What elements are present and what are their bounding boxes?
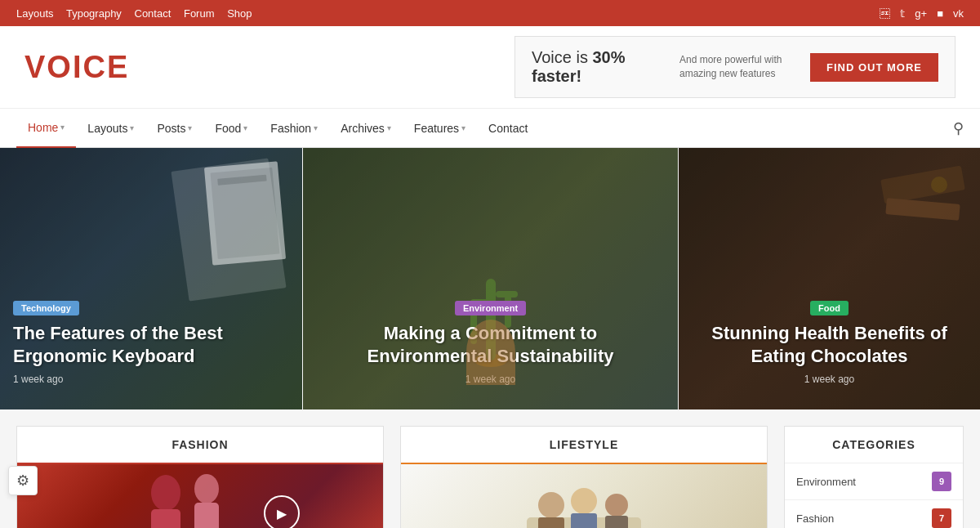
topbar-link-shop[interactable]: Shop	[227, 7, 252, 20]
lifestyle-section: LIFESTYLE	[400, 426, 768, 528]
hero-slide-3[interactable]: Food Stunning Health Benefits of Eating …	[678, 148, 980, 409]
topbar-link-forum[interactable]: Forum	[184, 7, 215, 20]
fashion-section-content: ▶	[17, 464, 383, 528]
svg-rect-8	[496, 291, 518, 298]
category-environment-label: Environment	[796, 476, 856, 488]
social-icons:  𝕥 g+ ■ vk	[880, 7, 964, 20]
svg-rect-20	[571, 513, 597, 528]
lifestyle-image	[401, 464, 767, 528]
nav-food[interactable]: Food ▾	[203, 109, 259, 148]
hero-title-2: Making a Commitment to Environmental Sus…	[327, 322, 653, 369]
svg-point-12	[151, 475, 180, 511]
ad-subtext: And more powerful with amazing new featu…	[679, 53, 810, 81]
svg-point-14	[194, 474, 219, 503]
svg-rect-2	[217, 175, 266, 186]
hero-slide-2[interactable]: Environment Making a Commitment to Envir…	[302, 148, 678, 409]
top-bar-nav: Layouts Typography Contact Forum Shop	[16, 7, 262, 20]
hero-meta-2: 1 week ago	[327, 374, 653, 385]
find-out-more-button[interactable]: FIND OUT MORE	[810, 53, 938, 82]
svg-rect-0	[204, 161, 286, 265]
chevron-down-icon: ▾	[188, 123, 192, 132]
svg-point-3	[474, 354, 507, 367]
hero-badge-2: Environment	[455, 301, 526, 315]
category-fashion-label: Fashion	[796, 512, 834, 525]
svg-rect-9	[880, 166, 965, 204]
logo-rest: OICE	[47, 50, 129, 84]
svg-rect-15	[194, 503, 219, 528]
lifestyle-section-header: LIFESTYLE	[401, 427, 767, 464]
hero-content-3: Food Stunning Health Benefits of Eating …	[687, 300, 972, 385]
twitter-icon[interactable]: 𝕥	[900, 7, 905, 20]
fashion-section-header: FASHION	[17, 427, 383, 464]
category-fashion-count: 7	[932, 508, 951, 528]
svg-point-11	[931, 177, 947, 193]
chevron-down-icon: ▾	[60, 123, 65, 132]
nav-archives[interactable]: Archives ▾	[329, 109, 403, 148]
fashion-visual	[100, 468, 264, 528]
chevron-down-icon: ▾	[387, 123, 391, 132]
magazine-decoration	[204, 160, 286, 266]
google-plus-icon[interactable]: g+	[915, 7, 927, 20]
categories-header: CATEGORIES	[785, 427, 963, 463]
hero-content-1: Technology The Features of the Best Ergo…	[13, 300, 289, 385]
category-environment[interactable]: Environment 9	[785, 463, 963, 500]
nav-layouts[interactable]: Layouts ▾	[76, 109, 145, 148]
chevron-down-icon: ▾	[461, 123, 466, 132]
site-header: VOICE Voice is 30% faster! And more powe…	[0, 26, 980, 109]
svg-rect-10	[885, 198, 960, 221]
svg-rect-13	[151, 509, 180, 528]
svg-point-19	[571, 488, 597, 514]
hero-badge-1: Technology	[13, 301, 79, 315]
nav-fashion[interactable]: Fashion ▾	[259, 109, 329, 148]
hero-slider: Technology The Features of the Best Ergo…	[0, 148, 980, 409]
hero-meta-1: 1 week ago	[13, 374, 289, 385]
categories-box: CATEGORIES Environment 9 Fashion 7 Food …	[784, 426, 964, 528]
top-bar: Layouts Typography Contact Forum Shop  …	[0, 0, 980, 26]
topbar-link-layouts[interactable]: Layouts	[16, 7, 54, 20]
nav-posts[interactable]: Posts ▾	[145, 109, 203, 148]
svg-point-17	[538, 492, 564, 518]
hero-badge-3: Food	[810, 301, 849, 315]
vk-icon[interactable]: vk	[953, 7, 964, 20]
main-nav: Home ▾ Layouts ▾ Posts ▾ Food ▾ Fashion …	[0, 109, 980, 148]
chevron-down-icon: ▾	[243, 123, 247, 132]
ad-banner: Voice is 30% faster! And more powerful w…	[514, 36, 956, 98]
site-logo[interactable]: VOICE	[24, 50, 129, 85]
chocolate-decoration	[874, 164, 972, 246]
chevron-down-icon: ▾	[314, 123, 318, 132]
nav-features[interactable]: Features ▾	[403, 109, 477, 148]
nav-contact[interactable]: Contact	[477, 109, 539, 148]
hero-slide-1[interactable]: Technology The Features of the Best Ergo…	[0, 148, 302, 409]
instagram-icon[interactable]: ■	[937, 7, 943, 20]
category-environment-count: 9	[932, 472, 951, 491]
svg-rect-22	[605, 516, 628, 528]
play-button[interactable]: ▶	[264, 495, 300, 528]
content-area: FASHION ▶ LIFESTYLE	[0, 409, 980, 528]
topbar-link-typography[interactable]: Typography	[66, 7, 122, 20]
hero-title-3: Stunning Health Benefits of Eating Choco…	[687, 322, 972, 369]
topbar-link-contact[interactable]: Contact	[135, 7, 172, 20]
ad-headline-text: Voice is 30% faster!	[532, 48, 679, 86]
settings-gear-button[interactable]: ⚙	[8, 466, 38, 495]
search-icon[interactable]: ⚲	[953, 119, 964, 137]
lifestyle-visual	[502, 468, 666, 528]
hero-title-1: The Features of the Best Ergonomic Keybo…	[13, 322, 289, 369]
category-fashion[interactable]: Fashion 7	[785, 500, 963, 528]
ad-main-text: Voice is 30% faster!	[532, 48, 626, 85]
logo-v: V	[24, 50, 47, 84]
fashion-section: FASHION ▶	[16, 426, 384, 528]
lifestyle-section-content	[401, 464, 767, 528]
svg-point-21	[605, 494, 628, 517]
fashion-image: ▶	[17, 464, 383, 528]
facebook-icon[interactable]: 	[880, 7, 890, 20]
nav-items: Home ▾ Layouts ▾ Posts ▾ Food ▾ Fashion …	[16, 109, 953, 148]
svg-rect-4	[486, 279, 496, 360]
nav-home[interactable]: Home ▾	[16, 109, 76, 148]
svg-rect-1	[211, 168, 280, 259]
hero-content-2: Environment Making a Commitment to Envir…	[327, 300, 653, 385]
chevron-down-icon: ▾	[130, 123, 134, 132]
hero-meta-3: 1 week ago	[687, 374, 972, 385]
svg-rect-18	[538, 517, 564, 528]
